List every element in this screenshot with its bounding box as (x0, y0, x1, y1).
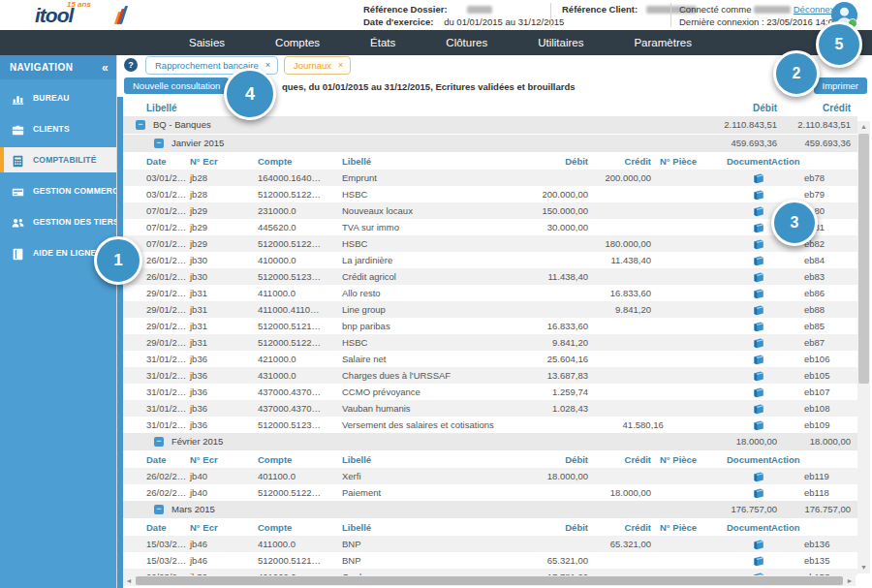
table-row[interactable]: 29/01/2…jb31411000.4110…Line group9.841,… (123, 301, 857, 318)
summary-credit-header[interactable]: Crédit (777, 100, 851, 116)
document-icon[interactable] (753, 337, 764, 348)
menu-item[interactable]: Utilitaires (538, 37, 583, 48)
root-group-row[interactable]: − BQ - Banques 2.110.843,51 2.110.843,51 (123, 116, 857, 134)
table-row[interactable]: 03/01/2…jb28164000.1640…Emprunt200.000,0… (123, 170, 857, 186)
collapse-icon[interactable]: − (154, 505, 164, 514)
group-label: Février 2015 (171, 433, 670, 450)
table-row[interactable]: 03/01/2…jb28512000.5122…HSBC200.000,00eb… (123, 186, 857, 202)
credit-card-icon (12, 185, 25, 197)
group-label: Mars 2015 (171, 501, 670, 518)
document-icon[interactable] (753, 238, 764, 249)
table-row[interactable]: 31/01/2…jb36437000.4370…Vauban humanis1.… (123, 400, 857, 417)
print-button[interactable]: Imprimer (814, 77, 867, 94)
table-row[interactable]: 29/01/2…jb31512000.5122…HSBC9.841,20eb87 (123, 334, 857, 351)
cell-debit: 200.000,00 (482, 186, 588, 202)
menu-item[interactable]: Comptes (275, 37, 320, 48)
document-icon[interactable] (753, 172, 764, 183)
tab-close-icon[interactable]: × (338, 61, 343, 70)
table-row[interactable]: 29/01/2…jb31512000.5121…bnp paribas16.83… (123, 318, 857, 334)
sidebar-item-comptabilit-[interactable]: COMPTABILITÉ (0, 147, 116, 172)
table-row[interactable]: 07/01/2…jb29231000.0Nouveaux locaux150.0… (123, 202, 857, 219)
group-row[interactable]: −Février 201518.000,0018.000,00 (123, 433, 857, 450)
horizontal-scrollbar-thumb[interactable] (136, 576, 843, 585)
vertical-scrollbar[interactable]: ▲ ▼ (857, 121, 870, 573)
summary-debit-header[interactable]: Débit (670, 100, 777, 116)
column-header: Action (771, 519, 800, 536)
sidebar-item-clients[interactable]: CLIENTS (0, 116, 116, 141)
group-row[interactable]: −Mars 2015176.757,00176.757,00 (123, 501, 857, 518)
vertical-scrollbar-thumb[interactable] (858, 134, 869, 384)
cell-date: 20/03/2… (146, 569, 190, 575)
table-row[interactable]: 15/03/2…jb46411000.0BNP65.321,00eb136 (123, 536, 857, 552)
table-row[interactable]: 26/02/2…jb40512000.5122…Paiement18.000,0… (123, 484, 857, 501)
document-icon[interactable] (753, 370, 764, 381)
document-icon[interactable] (753, 189, 764, 200)
table-row[interactable]: 29/01/2…jb31411000.0Allo resto16.833,60e… (123, 285, 857, 301)
document-icon[interactable] (753, 205, 764, 216)
app-logo[interactable]: itool 15 ans (35, 2, 122, 29)
document-icon[interactable] (753, 288, 764, 298)
cell-credit: 9.841,20 (588, 301, 651, 318)
reference-client-label: Référence Client: (562, 4, 638, 15)
scrollbar-left-arrow[interactable]: ◄ (123, 575, 135, 586)
cell-compte: 231000.0 (258, 202, 342, 219)
cell-libelle: La jardinière (342, 252, 482, 268)
help-icon[interactable]: ? (124, 58, 138, 72)
cell-num-ecriture: jb31 (190, 285, 258, 301)
document-icon[interactable] (753, 539, 764, 549)
cell-compte: 512000.5123… (258, 268, 342, 285)
document-icon[interactable] (753, 321, 764, 331)
logo-badge-text: 15 ans (67, 0, 91, 9)
cell-credit (588, 367, 651, 384)
document-icon[interactable] (753, 387, 764, 397)
horizontal-scrollbar[interactable]: ◄ ► (123, 575, 856, 586)
reference-dossier-label: Référence Dossier: (363, 4, 448, 15)
table-row[interactable]: 07/01/2…jb29512000.5122…HSBC180.000,00eb… (123, 235, 857, 252)
tab-journaux[interactable]: Journaux× (284, 56, 351, 75)
menu-item[interactable]: Saisies (189, 37, 225, 48)
document-icon[interactable] (753, 403, 764, 414)
document-icon[interactable] (753, 471, 764, 481)
menu-item[interactable]: États (370, 37, 395, 48)
scrollbar-up-arrow[interactable]: ▲ (857, 121, 870, 133)
sidebar-item-gestion-des-tiers[interactable]: GESTION DES TIERS (0, 209, 116, 234)
document-icon[interactable] (753, 354, 764, 364)
cell-num-ecriture: jb36 (190, 400, 258, 417)
table-row[interactable]: 20/03/2…jb50401000.0Opel17.781,00eb153 (123, 569, 857, 575)
new-consultation-button[interactable]: Nouvelle consultation (124, 77, 229, 94)
cell-date: 15/03/2… (146, 536, 190, 552)
table-row[interactable]: 31/01/2…jb36431000.0Charges dues à l'URS… (123, 367, 857, 384)
group-row[interactable]: −Janvier 2015459.693,36459.693,36 (123, 135, 857, 152)
document-icon[interactable] (753, 271, 764, 282)
sidebar-item-gestion-commerciale[interactable]: GESTION COMMERCIALE (0, 178, 116, 203)
document-icon[interactable] (753, 255, 764, 265)
document-icon[interactable] (753, 222, 764, 232)
column-header-row: DateN° EcrCompteLibelléDébitCréditN° Piè… (123, 153, 857, 170)
cell-date: 26/02/2… (146, 484, 190, 501)
collapse-icon[interactable]: − (136, 120, 145, 130)
menu-item[interactable]: Paramètres (634, 37, 691, 48)
scrollbar-right-arrow[interactable]: ► (844, 575, 856, 586)
collapse-icon[interactable]: − (154, 139, 164, 148)
table-row[interactable]: 31/01/2…jb36421000.0Salaire net25.604,16… (123, 351, 857, 367)
document-icon[interactable] (753, 487, 764, 498)
spacer (123, 367, 146, 384)
tab-close-icon[interactable]: × (265, 61, 270, 70)
cell-date: 26/01/2… (146, 252, 190, 268)
table-row[interactable]: 26/01/2…jb30512000.5123…Crédit agricol11… (123, 268, 857, 285)
table-row[interactable]: 31/01/2…jb36512000.5123…Versement des sa… (123, 417, 857, 433)
table-row[interactable]: 31/01/2…jb36437000.4370…CCMO prévoyance1… (123, 384, 857, 400)
collapse-icon[interactable]: − (154, 437, 164, 447)
document-icon[interactable] (753, 419, 764, 430)
document-icon[interactable] (753, 555, 764, 566)
cell-num-ecriture: jb36 (190, 351, 258, 367)
table-row[interactable]: 15/03/2…jb46512000.5121…BNP65.321,00eb13… (123, 552, 857, 569)
document-icon[interactable] (753, 304, 764, 315)
table-row[interactable]: 07/01/2…jb29445620.0TVA sur immo30.000,0… (123, 219, 857, 235)
menu-item[interactable]: Clôtures (446, 37, 487, 48)
sidebar-item-bureau[interactable]: BUREAU (0, 85, 116, 110)
scrollbar-down-arrow[interactable]: ▼ (857, 562, 870, 573)
table-row[interactable]: 26/01/2…jb30410000.0La jardinière11.438,… (123, 252, 857, 268)
sidebar-collapse-icon[interactable]: « (102, 61, 109, 75)
table-row[interactable]: 26/02/2…jb40401100.0Xerfi18.000,00eb119 (123, 468, 857, 484)
